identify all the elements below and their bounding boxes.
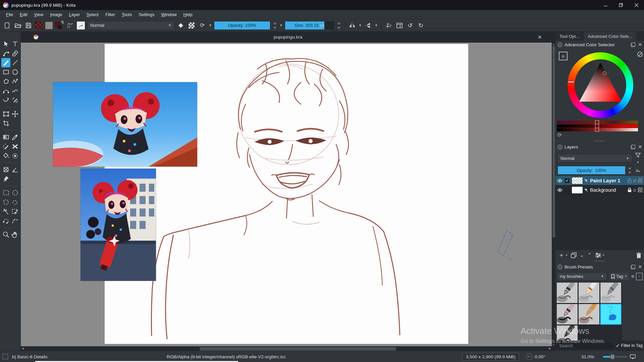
elliptical-selection-tool[interactable] xyxy=(10,188,19,197)
zoom-slider[interactable] xyxy=(603,356,627,358)
brush-preset-ink-pen-white[interactable] xyxy=(578,282,600,303)
close-docker-icon[interactable]: ✕ xyxy=(638,265,642,269)
pattern-swatch[interactable] xyxy=(45,21,53,29)
docker-lock-icon[interactable] xyxy=(557,144,562,149)
layer-thumbnail[interactable] xyxy=(572,177,583,184)
opacity-spinner[interactable]: ▲▼ xyxy=(272,21,277,30)
new-document-icon[interactable] xyxy=(3,21,11,30)
redo-icon[interactable]: ↻ xyxy=(417,21,425,30)
text-tool[interactable] xyxy=(10,39,19,49)
smart-patch-tool[interactable] xyxy=(1,142,10,151)
gradient-tool[interactable] xyxy=(1,132,10,142)
layer-blend-mode-dropdown[interactable]: Normal▼ xyxy=(557,154,632,163)
layer-properties-button[interactable] xyxy=(595,253,601,258)
ellipse-tool[interactable] xyxy=(10,67,19,77)
list-view-icon[interactable]: ≡ xyxy=(631,274,634,280)
horizontal-scrollbar[interactable]: ◀ ▶ xyxy=(21,346,552,351)
freehand-path-tool[interactable] xyxy=(10,86,19,96)
alpha-locked-icon[interactable] xyxy=(638,187,643,192)
saturation-value-triangle[interactable] xyxy=(578,62,623,103)
minimize-button[interactable] xyxy=(598,0,613,10)
lock-icon[interactable] xyxy=(628,188,632,192)
zoom-tool[interactable] xyxy=(1,230,10,239)
gradient-swatch[interactable] xyxy=(35,21,43,29)
freehand-selection-tool[interactable] xyxy=(10,197,19,207)
chevron-down-icon[interactable]: ▼ xyxy=(279,23,283,27)
detail-view-icon[interactable]: ⁞ xyxy=(636,273,643,280)
alpha-icon[interactable]: α xyxy=(633,187,636,193)
tag-button[interactable]: Tag ▼ xyxy=(609,272,630,281)
fill-tool[interactable] xyxy=(1,151,10,161)
rotation-angle-value[interactable]: 0.00° xyxy=(535,354,545,359)
crop-tool[interactable] xyxy=(1,119,10,128)
fg-bg-colors[interactable]: ⇅ xyxy=(55,21,64,30)
eraser-mode-icon[interactable] xyxy=(176,21,185,30)
polyline-tool[interactable] xyxy=(10,77,19,86)
brush-preset-stylus-gray[interactable] xyxy=(600,282,622,303)
pan-tool[interactable] xyxy=(10,230,19,239)
layer-row-paint-layer-1[interactable]: ✓ ◥˼ Paint Layer 1 α xyxy=(555,176,644,185)
layer-options-icon[interactable]: ≡▾ xyxy=(634,168,642,173)
open-document-icon[interactable] xyxy=(13,21,22,30)
brush-preset-chip[interactable] xyxy=(76,21,85,30)
hue-ring[interactable] xyxy=(568,52,633,118)
wrap-around-icon[interactable] xyxy=(384,21,393,30)
delete-layer-button[interactable] xyxy=(636,252,641,258)
selector-settings-icon[interactable] xyxy=(559,52,568,60)
brush-tag-dropdown[interactable]: my brushies▼ xyxy=(557,272,607,281)
tab-tool-options[interactable]: Tool Opt... xyxy=(555,32,584,41)
canvas-viewport[interactable] xyxy=(21,43,552,346)
menu-help[interactable]: Help xyxy=(180,11,196,18)
close-docker-icon[interactable]: ✕ xyxy=(638,145,642,149)
brush-size-slider[interactable]: Size: 303.15 px xyxy=(285,21,334,30)
menu-window[interactable]: Window xyxy=(158,11,180,18)
blending-mode-dropdown[interactable]: Normal ▼ xyxy=(87,21,174,30)
polygonal-selection-tool[interactable] xyxy=(1,197,10,207)
document-size-box[interactable]: 3,500 x 2,900 (99.9 MiB) xyxy=(462,353,519,361)
float-docker-icon[interactable] xyxy=(631,145,635,149)
edit-shapes-tool[interactable] xyxy=(1,49,10,58)
unlock-icon[interactable] xyxy=(628,178,632,183)
layer-name[interactable]: Background xyxy=(590,187,616,193)
add-layer-button[interactable]: ＋ xyxy=(558,251,565,259)
menu-filter[interactable]: Filter xyxy=(102,11,118,18)
layer-filter-icon[interactable]: ▼ xyxy=(634,152,642,164)
freehand-brush-tool[interactable] xyxy=(1,58,10,67)
inherit-alpha-icon[interactable]: ◥˼ xyxy=(584,188,588,192)
rotation-angle-icon[interactable] xyxy=(526,353,533,360)
save-icon[interactable] xyxy=(24,21,33,30)
docker-resize-handle[interactable]: •••••• xyxy=(555,140,644,143)
line-tool[interactable] xyxy=(10,58,19,67)
bezier-curve-tool[interactable] xyxy=(1,86,10,96)
vertical-scrollbar[interactable]: ▲ ▼ xyxy=(552,43,555,346)
colorize-mask-tool[interactable] xyxy=(10,142,19,151)
search-input[interactable]: Search xyxy=(557,342,614,350)
reference-images-tool[interactable] xyxy=(1,174,10,184)
docker-resize-handle[interactable]: •••••• xyxy=(555,260,644,263)
zoom-percentage[interactable]: 31.0% xyxy=(581,351,594,362)
visibility-eye-icon[interactable] xyxy=(557,178,563,184)
move-layer-down-button[interactable]: ⌄ xyxy=(580,252,584,258)
mirror-horizontal-icon[interactable] xyxy=(348,21,357,30)
layer-opacity-slider[interactable]: Opacity: 100% xyxy=(557,166,626,175)
menu-select[interactable]: Select xyxy=(83,11,102,18)
float-docker-icon[interactable] xyxy=(631,265,635,269)
close-button[interactable] xyxy=(629,0,644,10)
calligraphy-tool[interactable] xyxy=(10,49,19,58)
undo-icon[interactable]: ↺ xyxy=(406,21,415,30)
move-layer-up-button[interactable]: ⌃ xyxy=(587,252,592,258)
multibrush-tool[interactable] xyxy=(10,96,19,105)
menu-view[interactable]: View xyxy=(31,11,47,18)
float-docker-icon[interactable] xyxy=(631,43,635,47)
opacity-slider[interactable]: Opacity: 100% xyxy=(214,21,270,30)
assistants-tool[interactable] xyxy=(1,165,10,174)
mirror-vertical-icon[interactable] xyxy=(364,21,373,30)
preserve-alpha-icon[interactable] xyxy=(187,21,196,30)
rectangle-tool[interactable] xyxy=(1,67,10,77)
filter-in-tag-checkbox[interactable]: ✓ Filter in Tag xyxy=(616,343,643,348)
menu-layer[interactable]: Layer xyxy=(65,11,83,18)
close-docker-icon[interactable]: ✕ xyxy=(638,43,642,47)
size-spinner[interactable]: ▲▼ xyxy=(336,21,341,30)
refresh-shades-icon[interactable]: ⟳ xyxy=(557,132,562,138)
fit-to-screen-icon[interactable] xyxy=(630,354,636,359)
